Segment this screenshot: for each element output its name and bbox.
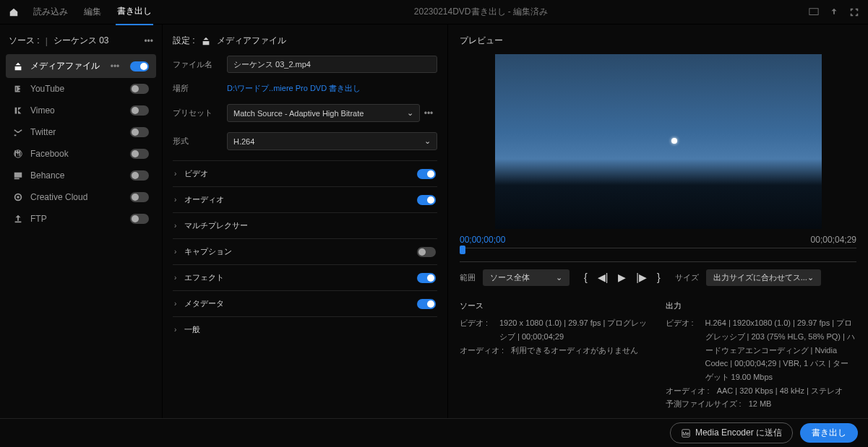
- source-value[interactable]: シーケンス 03: [53, 35, 109, 47]
- section-label: マルチプレクサー: [184, 220, 436, 231]
- timecode-start[interactable]: 00;00;00;00: [460, 235, 505, 245]
- dest-label: Vimeo: [30, 105, 55, 116]
- info-output-video: H.264 | 1920x1080 (1.0) | 29.97 fps | プロ…: [705, 316, 857, 383]
- send-to-encoder-button[interactable]: Me Media Encoder に送信: [670, 422, 793, 443]
- step-back-icon[interactable]: ◀|: [598, 272, 609, 283]
- sidebar-item-vimeo[interactable]: Vimeo: [6, 100, 156, 121]
- document-title: 20230214DVD書き出し - 編集済み: [153, 6, 809, 18]
- dest-icon: [13, 192, 23, 202]
- dest-label: Creative Cloud: [30, 192, 87, 202]
- source-header: ソース : | シーケンス 03 •••: [6, 32, 156, 54]
- dest-toggle[interactable]: [130, 127, 149, 137]
- source-more-icon[interactable]: •••: [144, 36, 153, 46]
- dest-toggle[interactable]: [130, 105, 149, 116]
- size-label: サイズ: [675, 272, 699, 283]
- topbar: 読み込み 編集 書き出し 20230214DVD書き出し - 編集済み: [0, 0, 868, 25]
- info-output-audio: AAC | 320 Kbps | 48 kHz | ステレオ: [717, 384, 843, 398]
- fullscreen-icon[interactable]: [849, 7, 859, 17]
- section-マルチプレクサー[interactable]: ›マルチプレクサー: [173, 212, 437, 238]
- section-toggle[interactable]: [417, 299, 436, 309]
- size-select[interactable]: 出力サイズに合わせてス...⌄: [706, 269, 821, 286]
- chevron-right-icon: ›: [174, 170, 184, 178]
- dest-toggle[interactable]: [130, 149, 149, 159]
- section-label: エフェクト: [184, 272, 417, 283]
- settings-label: 設定 :: [173, 35, 195, 47]
- dest-icon: [13, 170, 23, 181]
- export-button[interactable]: 書き出し: [800, 423, 858, 443]
- section-メタデータ[interactable]: ›メタデータ: [173, 290, 437, 316]
- dest-more-icon[interactable]: •••: [111, 61, 120, 71]
- section-toggle[interactable]: [417, 195, 436, 205]
- svg-point-4: [17, 196, 20, 199]
- section-エフェクト[interactable]: ›エフェクト: [173, 264, 437, 290]
- dest-toggle[interactable]: [130, 84, 149, 94]
- dest-label: Behance: [30, 170, 64, 181]
- source-label: ソース :: [9, 35, 40, 47]
- playhead[interactable]: [460, 246, 465, 254]
- home-icon[interactable]: [9, 7, 19, 17]
- sidebar-item-facebook[interactable]: fFacebook: [6, 143, 156, 165]
- mark-in-icon[interactable]: {: [584, 272, 588, 283]
- section-label: ビデオ: [184, 168, 417, 179]
- dest-label: メディアファイル: [30, 60, 100, 72]
- share-icon[interactable]: [829, 7, 839, 17]
- info-source-audio: 利用できるオーディオがありません: [511, 344, 638, 357]
- play-icon[interactable]: ▶: [618, 272, 626, 283]
- format-select[interactable]: H.264⌄: [227, 132, 437, 150]
- sidebar-item-behance[interactable]: Behance: [6, 165, 156, 186]
- media-encoder-icon: Me: [681, 428, 691, 438]
- location-link[interactable]: D:\ワードプ..miere Pro DVD 書き出し: [227, 84, 361, 92]
- chevron-right-icon: ›: [174, 300, 184, 308]
- preset-label: プリセット: [173, 108, 227, 118]
- settings-target: メディアファイル: [217, 35, 286, 47]
- section-toggle[interactable]: [417, 169, 436, 179]
- sidebar-item-youtube[interactable]: YouTube: [6, 78, 156, 100]
- dest-toggle[interactable]: [130, 214, 149, 224]
- svg-rect-0: [809, 8, 818, 14]
- section-label: メタデータ: [184, 298, 417, 309]
- section-toggle[interactable]: [417, 273, 436, 283]
- info-filesize: 12 MB: [749, 397, 772, 411]
- tab-edit[interactable]: 編集: [82, 0, 103, 25]
- filename-input[interactable]: [227, 56, 437, 73]
- chevron-right-icon: ›: [174, 326, 184, 334]
- sidebar-item-creativecloud[interactable]: Creative Cloud: [6, 186, 156, 208]
- dest-toggle[interactable]: [130, 192, 149, 202]
- mark-out-icon[interactable]: }: [657, 272, 661, 283]
- step-forward-icon[interactable]: |▶: [636, 272, 647, 283]
- range-select[interactable]: ソース全体⌄: [483, 269, 570, 286]
- chevron-right-icon: ›: [174, 196, 184, 204]
- preset-select[interactable]: Match Source - Adaptive High Bitrate⌄: [227, 104, 420, 122]
- sidebar-item-メディアファイル[interactable]: メディアファイル•••: [6, 54, 156, 78]
- dest-label: FTP: [30, 214, 47, 224]
- timeline[interactable]: [460, 248, 856, 261]
- section-label: キャプション: [184, 246, 417, 257]
- dest-label: YouTube: [30, 84, 64, 94]
- tab-import[interactable]: 読み込み: [32, 0, 69, 25]
- dest-toggle[interactable]: [130, 170, 149, 181]
- preset-more-icon[interactable]: •••: [420, 108, 437, 118]
- preview-video[interactable]: [495, 54, 822, 229]
- section-label: オーディオ: [184, 194, 417, 205]
- location-label: 場所: [173, 83, 227, 94]
- workspace-icon[interactable]: [809, 7, 819, 17]
- tab-export[interactable]: 書き出し: [116, 0, 153, 25]
- dest-toggle[interactable]: [130, 61, 149, 71]
- section-toggle[interactable]: [417, 247, 436, 257]
- dest-icon: [13, 214, 23, 224]
- sidebar-item-twitter[interactable]: Twitter: [6, 121, 156, 143]
- dest-label: Twitter: [30, 127, 56, 137]
- section-ビデオ[interactable]: ›ビデオ: [173, 160, 437, 186]
- media-file-icon: [201, 36, 211, 46]
- range-label: 範囲: [460, 272, 476, 283]
- dest-icon: [13, 84, 23, 94]
- section-一般[interactable]: ›一般: [173, 316, 437, 342]
- dest-icon: [13, 105, 23, 116]
- section-オーディオ[interactable]: ›オーディオ: [173, 186, 437, 212]
- sidebar-item-ftp[interactable]: FTP: [6, 208, 156, 230]
- bottombar: Me Media Encoder に送信 書き出し: [0, 418, 868, 447]
- timecode-end[interactable]: 00;00;04;29: [811, 235, 856, 245]
- chevron-right-icon: ›: [174, 248, 184, 256]
- info-source-video: 1920 x 1080 (1.0) | 29.97 fps | プログレッシブ …: [499, 316, 651, 343]
- section-キャプション[interactable]: ›キャプション: [173, 238, 437, 264]
